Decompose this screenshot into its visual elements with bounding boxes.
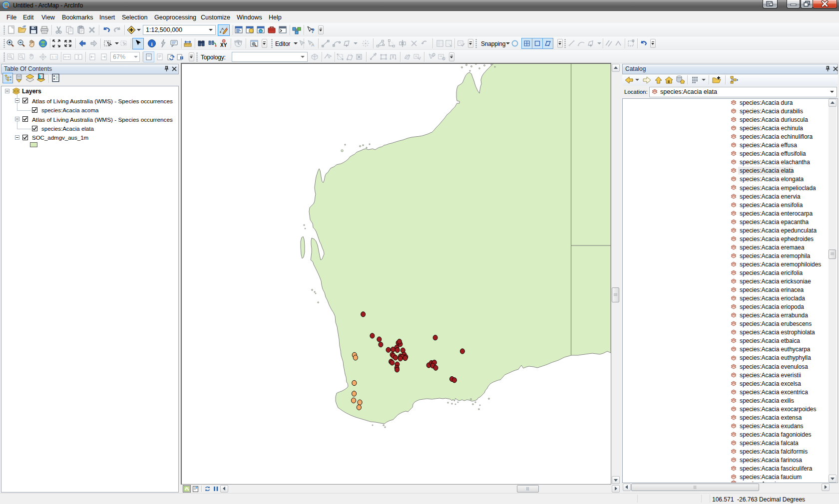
svg-text:A: A bbox=[311, 42, 315, 47]
svg-text:XY: XY bbox=[220, 42, 227, 48]
svg-text:i: i bbox=[151, 41, 152, 47]
svg-text:?: ? bbox=[311, 27, 315, 34]
svg-text:1:1: 1:1 bbox=[51, 55, 57, 59]
